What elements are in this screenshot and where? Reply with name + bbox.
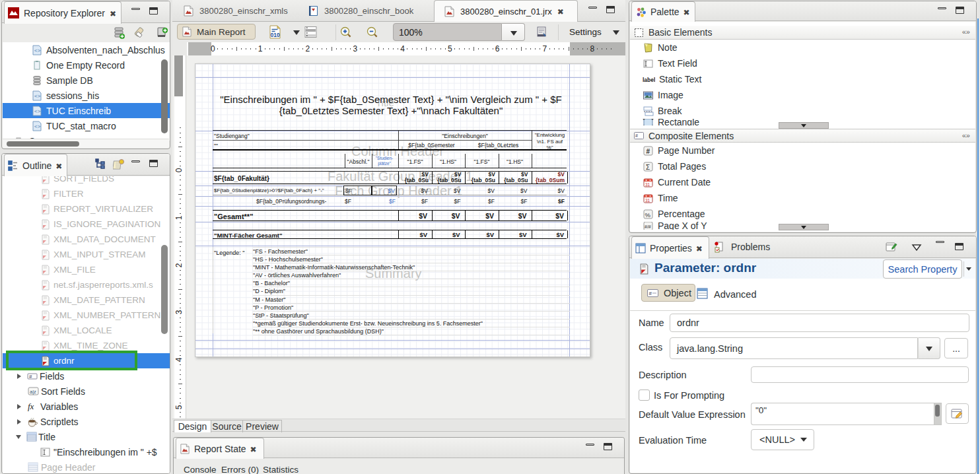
svg-text:31: 31	[645, 197, 650, 202]
svg-text:<>: <>	[34, 123, 41, 129]
svg-text:Σ: Σ	[646, 163, 650, 170]
svg-text:%: %	[645, 211, 651, 218]
svg-text:fx: fx	[28, 401, 34, 411]
svg-text:label: label	[643, 77, 655, 83]
svg-text:<>: <>	[34, 108, 41, 114]
svg-text:#: #	[649, 290, 652, 296]
svg-text:31: 31	[645, 182, 650, 186]
svg-text:a|z: a|z	[30, 389, 36, 395]
svg-text:<>: <>	[34, 48, 41, 53]
svg-text:<>: <>	[34, 93, 41, 99]
svg-text:#: #	[647, 147, 650, 154]
svg-text:#: #	[29, 374, 32, 380]
svg-text:#: #	[635, 133, 638, 138]
svg-text:010: 010	[271, 32, 280, 38]
svg-text:#/#: #/#	[645, 224, 651, 229]
